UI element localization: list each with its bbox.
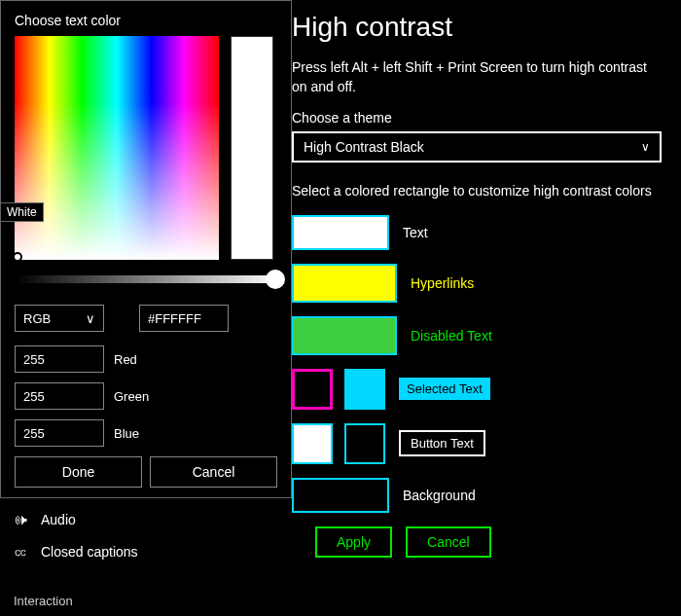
- sv-cursor[interactable]: [13, 252, 22, 262]
- theme-select[interactable]: High Contrast Black ∨: [292, 131, 662, 163]
- speaker-icon: 🕪: [14, 512, 31, 527]
- tooltip: White: [0, 202, 44, 222]
- sidebar-label-cc: Closed captions: [41, 544, 138, 560]
- page-title: High contrast: [292, 12, 671, 43]
- sidebar-item-audio[interactable]: 🕪 Audio: [0, 506, 90, 533]
- label-disabled: Disabled Text: [411, 328, 492, 344]
- picker-cancel-button[interactable]: Cancel: [150, 456, 277, 488]
- color-preview: [231, 36, 273, 260]
- swatch-button-bg[interactable]: [344, 423, 385, 464]
- sidebar-label-audio: Audio: [41, 512, 76, 527]
- saturation-value-panel[interactable]: [15, 36, 219, 260]
- swatch-hyperlinks[interactable]: [292, 264, 397, 303]
- blue-label: Blue: [114, 426, 139, 441]
- swatch-selected-bg[interactable]: [344, 369, 385, 410]
- swatch-text[interactable]: [292, 215, 389, 250]
- color-rows: Text Hyperlinks Disabled Text Selected T…: [292, 215, 671, 513]
- apply-button[interactable]: Apply: [315, 526, 392, 558]
- apply-cancel-row: Apply Cancel: [315, 526, 671, 558]
- label-button: Button Text: [399, 430, 485, 456]
- row-background: Background: [292, 478, 671, 513]
- sidebar-item-closed-captions[interactable]: ㏄ Closed captions: [0, 537, 152, 566]
- swatch-group-selected: [292, 369, 385, 410]
- done-button[interactable]: Done: [15, 456, 142, 488]
- cancel-button[interactable]: Cancel: [406, 526, 491, 558]
- choose-theme-label: Choose a theme: [292, 110, 671, 126]
- shortcut-hint: Press left Alt + left Shift + Print Scre…: [292, 58, 662, 96]
- label-selected: Selected Text: [399, 378, 490, 400]
- blue-input[interactable]: 255: [15, 419, 104, 447]
- color-mode-value: RGB: [23, 311, 51, 326]
- sidebar-section-interaction: Interaction: [0, 584, 87, 612]
- red-input[interactable]: 255: [15, 345, 104, 373]
- customize-hint: Select a colored rectangle to customize …: [292, 182, 662, 201]
- swatch-button-fg[interactable]: [292, 423, 333, 464]
- picker-title: Choose text color: [15, 13, 277, 28]
- green-input[interactable]: 255: [15, 382, 104, 410]
- closed-captions-icon: ㏄: [14, 543, 31, 561]
- green-label: Green: [114, 389, 149, 404]
- label-hyperlinks: Hyperlinks: [411, 275, 474, 291]
- label-background: Background: [403, 488, 476, 503]
- theme-select-value: High Contrast Black: [304, 139, 424, 155]
- row-disabled: Disabled Text: [292, 316, 671, 355]
- swatch-disabled[interactable]: [292, 316, 397, 355]
- label-text: Text: [403, 225, 428, 240]
- row-button: Button Text: [292, 423, 671, 464]
- red-label: Red: [114, 352, 137, 367]
- chevron-down-icon: ∨: [641, 140, 650, 154]
- swatch-selected-fg[interactable]: [292, 369, 333, 410]
- chevron-down-icon: ∨: [86, 311, 95, 326]
- lightness-thumb[interactable]: [266, 270, 285, 289]
- row-selected: Selected Text: [292, 369, 671, 410]
- color-mode-select[interactable]: RGB ∨: [15, 305, 104, 332]
- hex-input[interactable]: #FFFFFF: [139, 305, 229, 332]
- row-hyperlinks: Hyperlinks: [292, 264, 671, 303]
- row-text: Text: [292, 215, 671, 250]
- color-picker-popup: Choose text color RGB ∨ #FFFFFF 255 Red …: [0, 0, 292, 498]
- swatch-background[interactable]: [292, 478, 389, 513]
- swatch-group-button: [292, 423, 385, 464]
- hex-value: #FFFFFF: [148, 311, 201, 326]
- high-contrast-panel: High contrast Press left Alt + left Shif…: [292, 0, 681, 616]
- lightness-slider[interactable]: [15, 275, 279, 283]
